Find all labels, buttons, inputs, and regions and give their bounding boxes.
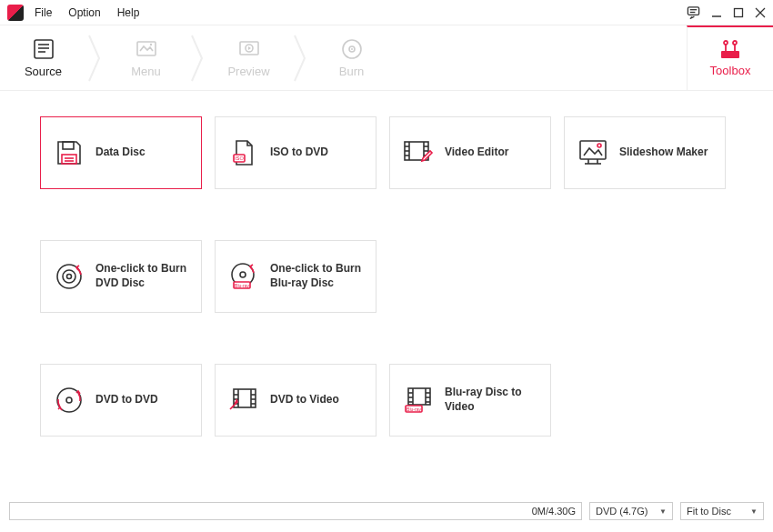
svg-point-40 bbox=[597, 144, 601, 147]
menu-option[interactable]: Option bbox=[68, 6, 100, 19]
maximize-button[interactable] bbox=[733, 7, 744, 18]
minimize-button[interactable] bbox=[711, 7, 722, 18]
svg-point-22 bbox=[724, 41, 728, 45]
tile-label: DVD to Video bbox=[270, 393, 339, 407]
tile-label: DVD to DVD bbox=[95, 393, 158, 407]
tile-bluray-to-video[interactable]: Blu-ray Blu-ray Disc to Video bbox=[389, 364, 551, 437]
tile-label: One-click to Burn DVD Disc bbox=[95, 262, 192, 290]
preview-icon bbox=[237, 37, 261, 61]
toolbox-content: Data Disc ISO ISO to DVD Video Editor Sl… bbox=[0, 91, 773, 498]
disc-copy-icon bbox=[54, 385, 85, 416]
tab-toolbox[interactable]: Toolbox bbox=[687, 25, 773, 90]
step-preview-label: Preview bbox=[227, 65, 269, 78]
menu-icon bbox=[135, 37, 158, 61]
caret-down-icon: ▼ bbox=[659, 507, 667, 516]
slideshow-icon bbox=[577, 137, 608, 168]
svg-point-46 bbox=[67, 275, 72, 279]
disc-type-select[interactable]: DVD (4.7G) ▼ bbox=[589, 502, 673, 520]
svg-rect-0 bbox=[688, 7, 698, 15]
tile-label: One-click to Burn Blu-ray Disc bbox=[270, 262, 366, 290]
svg-point-48 bbox=[240, 272, 246, 277]
floppy-icon bbox=[54, 137, 85, 168]
step-source[interactable]: Source bbox=[0, 25, 86, 90]
step-chevron bbox=[86, 25, 103, 91]
tile-video-editor[interactable]: Video Editor bbox=[389, 116, 551, 189]
svg-rect-19 bbox=[721, 51, 739, 58]
bluray-to-video-icon: Blu-ray bbox=[403, 385, 434, 416]
svg-point-52 bbox=[66, 397, 72, 403]
disc-type-value: DVD (4.7G) bbox=[596, 506, 648, 517]
step-source-label: Source bbox=[25, 65, 62, 78]
fit-value: Fit to Disc bbox=[687, 506, 731, 517]
svg-rect-24 bbox=[63, 142, 74, 149]
svg-text:Blu-ray: Blu-ray bbox=[407, 407, 421, 412]
stepbar: Source Menu Preview Burn Toolbox bbox=[0, 25, 773, 91]
tile-iso-to-dvd[interactable]: ISO ISO to DVD bbox=[215, 116, 376, 189]
close-button[interactable] bbox=[755, 7, 766, 18]
step-menu[interactable]: Menu bbox=[103, 25, 189, 90]
tile-label: Data Disc bbox=[95, 146, 146, 160]
tile-dvd-to-dvd[interactable]: DVD to DVD bbox=[40, 364, 202, 437]
menu-bar: File Option Help bbox=[35, 6, 139, 19]
video-editor-icon bbox=[403, 137, 434, 168]
tab-toolbox-label: Toolbox bbox=[710, 64, 751, 77]
svg-rect-39 bbox=[580, 141, 606, 159]
window-controls bbox=[687, 5, 766, 19]
toolbox-icon bbox=[718, 40, 742, 60]
tile-dvd-to-video[interactable]: DVD to Video bbox=[215, 364, 376, 437]
tile-label: ISO to DVD bbox=[270, 146, 328, 160]
svg-text:Blu-ray: Blu-ray bbox=[235, 283, 249, 288]
source-icon bbox=[32, 37, 55, 61]
step-burn-label: Burn bbox=[339, 65, 364, 78]
progress-text: 0M/4.30G bbox=[532, 506, 576, 517]
step-menu-label: Menu bbox=[131, 65, 161, 78]
svg-rect-4 bbox=[735, 8, 743, 16]
feedback-icon[interactable] bbox=[687, 5, 700, 19]
svg-rect-25 bbox=[62, 155, 76, 164]
iso-icon: ISO bbox=[228, 137, 259, 168]
svg-marker-15 bbox=[248, 46, 251, 50]
step-chevron bbox=[189, 25, 206, 91]
tile-label: Video Editor bbox=[445, 146, 508, 160]
caret-down-icon: ▼ bbox=[750, 507, 758, 516]
step-chevron bbox=[292, 25, 308, 91]
svg-point-18 bbox=[351, 48, 353, 50]
tile-one-click-dvd[interactable]: One-click to Burn DVD Disc bbox=[40, 240, 202, 313]
burn-icon bbox=[340, 37, 364, 61]
tile-label: Blu-ray Disc to Video bbox=[445, 386, 541, 414]
tile-slideshow-maker[interactable]: Slideshow Maker bbox=[564, 116, 726, 189]
disc-burn-icon bbox=[54, 261, 85, 292]
tile-data-disc[interactable]: Data Disc bbox=[40, 116, 202, 189]
tile-label: Slideshow Maker bbox=[619, 146, 708, 160]
svg-text:ISO: ISO bbox=[235, 156, 244, 161]
tile-row: DVD to DVD DVD to Video Blu-ray Blu-ray … bbox=[40, 364, 733, 437]
step-burn[interactable]: Burn bbox=[308, 25, 395, 90]
bottombar: 0M/4.30G DVD (4.7G) ▼ Fit to Disc ▼ bbox=[9, 501, 764, 521]
tile-row: One-click to Burn DVD Disc Blu-ray One-c… bbox=[40, 240, 733, 313]
menu-file[interactable]: File bbox=[35, 6, 52, 19]
tile-row: Data Disc ISO ISO to DVD Video Editor Sl… bbox=[40, 116, 733, 189]
svg-rect-53 bbox=[234, 389, 256, 407]
menu-help[interactable]: Help bbox=[117, 6, 140, 19]
app-logo bbox=[7, 5, 24, 21]
fit-select[interactable]: Fit to Disc ▼ bbox=[680, 502, 764, 520]
bluray-burn-icon: Blu-ray bbox=[228, 261, 259, 292]
svg-point-23 bbox=[733, 41, 737, 45]
step-preview[interactable]: Preview bbox=[206, 25, 292, 90]
progress-box: 0M/4.30G bbox=[9, 502, 582, 520]
dvd-to-video-icon bbox=[228, 385, 259, 416]
titlebar: File Option Help bbox=[0, 0, 773, 25]
svg-point-12 bbox=[149, 44, 151, 45]
svg-rect-7 bbox=[35, 40, 53, 58]
tile-one-click-bluray[interactable]: Blu-ray One-click to Burn Blu-ray Disc bbox=[215, 240, 376, 313]
svg-point-45 bbox=[63, 270, 75, 283]
